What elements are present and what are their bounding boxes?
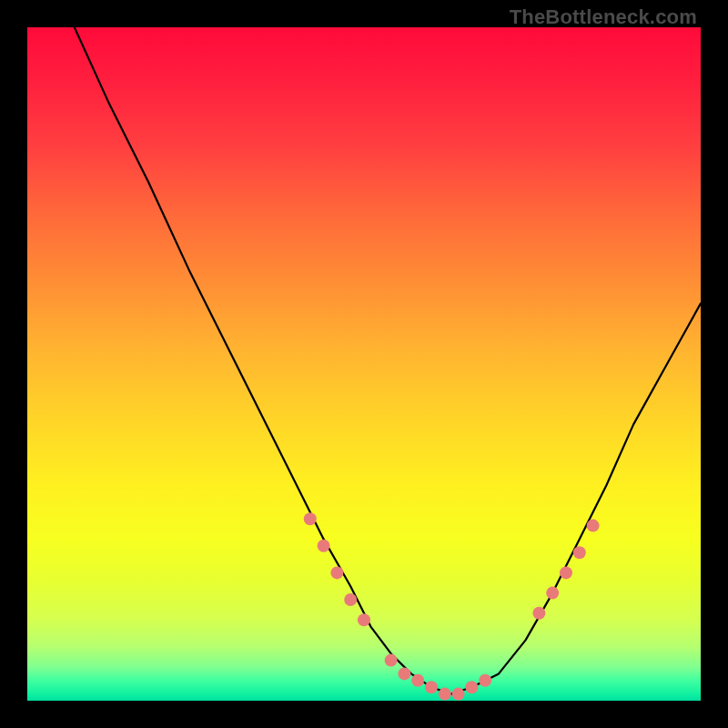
bottleneck-curve xyxy=(75,27,701,694)
marker-point xyxy=(560,566,572,579)
chart-container: TheBottleneck.com xyxy=(0,0,728,728)
marker-point xyxy=(465,681,478,693)
watermark-text: TheBottleneck.com xyxy=(510,5,697,29)
marker-point xyxy=(304,512,317,525)
marker-point xyxy=(532,607,545,620)
marker-point xyxy=(425,681,438,693)
marker-point xyxy=(479,674,491,687)
marker-point xyxy=(385,654,398,667)
marker-point xyxy=(344,593,357,606)
marker-point xyxy=(439,688,451,701)
marker-point xyxy=(398,667,410,680)
marker-point xyxy=(318,540,330,552)
curve-layer xyxy=(27,27,701,701)
marker-point xyxy=(411,674,424,687)
marker-point xyxy=(358,613,370,626)
marker-point xyxy=(546,587,559,600)
marker-point xyxy=(330,566,343,579)
marker-point xyxy=(573,546,586,559)
plot-area xyxy=(27,27,701,701)
marker-point xyxy=(452,688,465,701)
marker-point xyxy=(587,520,600,532)
highlight-markers xyxy=(304,512,600,700)
